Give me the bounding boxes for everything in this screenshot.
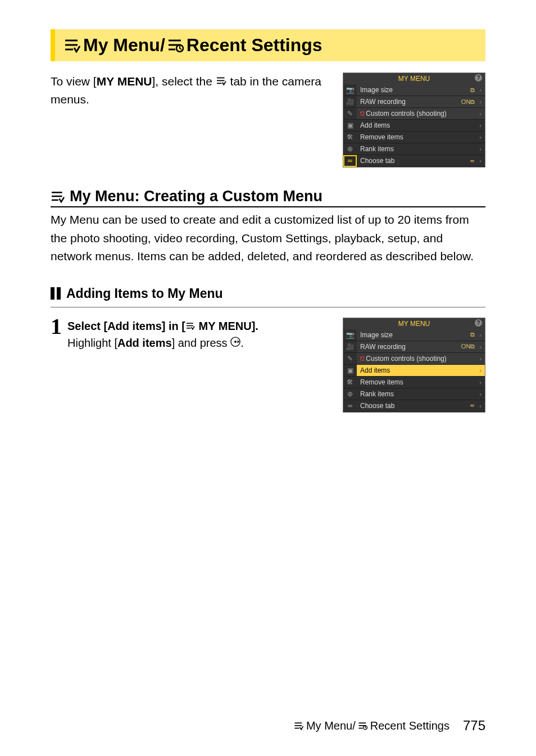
lcd2-title: MY MENU: [398, 320, 430, 328]
step-body-post: ] and press: [172, 337, 231, 349]
lcd-tab[interactable]: 🛠: [343, 132, 357, 143]
lcd-tab[interactable]: 🎥: [343, 341, 357, 353]
lcd1-items: Image size⧉› RAW recordingON⧉› f2Custom …: [357, 84, 485, 167]
chevron-right-icon: ›: [479, 332, 482, 338]
lcd-tab[interactable]: ✎: [343, 353, 357, 365]
lcd-row[interactable]: Choose tab≂›: [357, 155, 485, 167]
lcd-row-value: ⧉: [470, 331, 475, 338]
step-1: 1 Select [Add items] in [ MY MENU]. High…: [51, 318, 485, 413]
recent-settings-icon: [167, 38, 184, 53]
lcd-title: MY MENU ?: [343, 318, 485, 329]
my-menu-icon: [64, 38, 81, 53]
step-number: 1: [51, 315, 62, 338]
footer-title-2: Recent Settings: [370, 719, 449, 732]
lcd-tab[interactable]: 📷: [343, 84, 357, 96]
multi-selector-right-icon: [230, 337, 240, 347]
chevron-right-icon: ›: [479, 146, 482, 152]
lcd-tab[interactable]: ⊕: [343, 143, 357, 155]
chevron-right-icon: ›: [479, 391, 482, 397]
chevron-right-icon: ›: [479, 379, 482, 386]
lcd1-title: MY MENU: [398, 75, 430, 83]
page-number: 775: [463, 718, 485, 734]
page-footer: My Menu/ Recent Settings 775: [294, 718, 485, 734]
lcd-row-highlighted[interactable]: Add items›: [357, 365, 485, 377]
intro-row: To view [MY MENU], select the tab in the…: [51, 73, 485, 168]
camera-lcd-1: MY MENU ? 📷 🎥 ✎ ▣ 🛠 ⊕ ≂ Image size⧉› RAW…: [343, 73, 485, 168]
page-title: My Menu/ Recent Settings: [64, 35, 476, 56]
lcd-row-label: Custom controls (shooting): [366, 110, 446, 117]
lcd-row[interactable]: Remove items›: [357, 132, 485, 143]
recent-settings-icon: [358, 722, 368, 730]
lcd-row-label: Add items: [360, 121, 390, 129]
lcd-row[interactable]: Add items›: [357, 120, 485, 132]
chevron-right-icon: ›: [479, 134, 482, 141]
chevron-right-icon: ›: [479, 402, 482, 409]
lcd-tab[interactable]: 📷: [343, 329, 357, 341]
lcd-row[interactable]: Image size⧉›: [357, 329, 485, 341]
lcd-row-label: Remove items: [360, 133, 403, 141]
lcd-tab-selected[interactable]: ≂: [343, 155, 357, 167]
sub-heading-icon: [51, 287, 61, 300]
lcd-row[interactable]: Remove items›: [357, 377, 485, 388]
section-heading: My Menu: Creating a Custom Menu: [51, 188, 485, 207]
lcd-row-value: ≂: [470, 157, 475, 165]
lcd-tab[interactable]: ≂: [343, 400, 357, 412]
lcd-row-label: Custom controls (shooting): [366, 355, 446, 363]
lcd-row[interactable]: Choose tab≂›: [357, 400, 485, 412]
lcd-row-label: Rank items: [360, 145, 394, 153]
lcd-row[interactable]: RAW recordingON⧉›: [357, 341, 485, 353]
lcd-row[interactable]: Rank items›: [357, 143, 485, 155]
my-menu-icon-inline: [185, 322, 196, 330]
lcd-row-label: Remove items: [360, 378, 403, 386]
title-part2: Recent Settings: [187, 35, 322, 56]
sub-heading-text: Adding Items to My Menu: [66, 286, 223, 301]
svg-point-17: [234, 341, 237, 343]
my-menu-icon-inline: [216, 76, 227, 85]
chevron-right-icon: ›: [479, 110, 482, 117]
lcd-row-value: ⧉: [470, 87, 475, 94]
intro-text: To view [MY MENU], select the tab in the…: [51, 73, 329, 108]
lcd-title: MY MENU ?: [343, 73, 485, 84]
step-body-bold: Add items: [117, 337, 172, 349]
lcd-row-label: Add items: [360, 366, 390, 374]
lcd-row-value: ON⧉: [461, 98, 475, 106]
step-title-post: MY MENU].: [196, 320, 258, 332]
lcd1-tabs: 📷 🎥 ✎ ▣ 🛠 ⊕ ≂: [343, 84, 357, 167]
lcd-row-label: Choose tab: [360, 402, 394, 410]
lcd-row-label: Image size: [360, 86, 393, 94]
intro-pre: To view [: [51, 75, 97, 88]
lcd-row[interactable]: Rank items›: [357, 388, 485, 400]
lcd-tab[interactable]: ▣: [343, 365, 357, 377]
step-body-pre: Highlight [: [67, 337, 117, 349]
camera-lcd-2: MY MENU ? 📷 🎥 ✎ ▣ 🛠 ⊕ ≂ Image size⧉› RAW…: [343, 318, 485, 413]
my-menu-icon: [51, 191, 65, 203]
intro-bold: MY MENU: [97, 75, 152, 88]
lcd-row[interactable]: RAW recordingON⧉›: [357, 96, 485, 108]
lcd-row[interactable]: f2Custom controls (shooting)›: [357, 353, 485, 365]
title-part1: My Menu/: [83, 35, 165, 56]
step-body: Highlight [Add items] and press .: [67, 334, 258, 351]
chevron-right-icon: ›: [479, 367, 482, 374]
intro-post: ], select the: [152, 75, 216, 88]
lcd-row-prefix: f2: [360, 111, 365, 117]
chevron-right-icon: ›: [479, 122, 482, 129]
step-title: Select [Add items] in [ MY MENU].: [67, 318, 258, 334]
lcd-row[interactable]: f2Custom controls (shooting)›: [357, 108, 485, 120]
section-body: My Menu can be used to create and edit a…: [51, 211, 485, 266]
chevron-right-icon: ›: [479, 87, 482, 93]
lcd-tab[interactable]: 🛠: [343, 377, 357, 388]
lcd-tab[interactable]: 🎥: [343, 96, 357, 108]
lcd-tab[interactable]: ✎: [343, 108, 357, 120]
help-icon: ?: [475, 319, 482, 327]
chevron-right-icon: ›: [479, 157, 482, 164]
svg-marker-18: [238, 340, 240, 343]
lcd-row-label: RAW recording: [360, 343, 406, 351]
lcd-row[interactable]: Image size⧉›: [357, 84, 485, 96]
lcd-row-label: Image size: [360, 331, 393, 339]
lcd-tab[interactable]: ⊕: [343, 388, 357, 400]
lcd-row-value: ≂: [470, 402, 475, 409]
lcd-row-label: Rank items: [360, 390, 394, 398]
lcd-tab[interactable]: ▣: [343, 120, 357, 132]
chevron-right-icon: ›: [479, 355, 482, 362]
lcd2-items: Image size⧉› RAW recordingON⧉› f2Custom …: [357, 329, 485, 412]
